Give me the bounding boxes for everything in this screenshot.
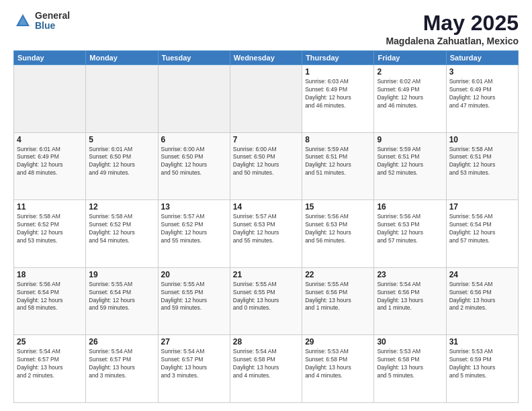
calendar-cell bbox=[230, 65, 302, 133]
calendar-cell: 23Sunrise: 5:54 AM Sunset: 6:56 PM Dayli… bbox=[374, 267, 446, 335]
calendar-cell: 16Sunrise: 5:56 AM Sunset: 6:53 PM Dayli… bbox=[374, 200, 446, 268]
day-number: 5 bbox=[89, 135, 154, 144]
day-number: 18 bbox=[17, 270, 83, 279]
day-number: 7 bbox=[233, 135, 299, 144]
calendar-cell: 5Sunrise: 6:01 AM Sunset: 6:50 PM Daylig… bbox=[86, 132, 158, 200]
calendar-week-row: 1Sunrise: 6:03 AM Sunset: 6:49 PM Daylig… bbox=[14, 65, 519, 133]
calendar-table: SundayMondayTuesdayWednesdayThursdayFrid… bbox=[13, 50, 519, 403]
calendar-cell: 3Sunrise: 6:01 AM Sunset: 6:49 PM Daylig… bbox=[446, 65, 518, 133]
day-number: 22 bbox=[305, 270, 371, 279]
title-month: May 2025 bbox=[386, 11, 519, 36]
title-block: May 2025 Magdalena Zahuatlan, Mexico bbox=[386, 11, 519, 46]
day-number: 19 bbox=[89, 270, 154, 279]
calendar-cell bbox=[158, 65, 230, 133]
calendar-cell: 13Sunrise: 5:57 AM Sunset: 6:52 PM Dayli… bbox=[158, 200, 230, 268]
day-info: Sunrise: 5:56 AM Sunset: 6:53 PM Dayligh… bbox=[377, 213, 443, 245]
calendar-cell: 1Sunrise: 6:03 AM Sunset: 6:49 PM Daylig… bbox=[302, 65, 374, 133]
day-info: Sunrise: 5:56 AM Sunset: 6:54 PM Dayligh… bbox=[17, 281, 83, 313]
day-info: Sunrise: 5:53 AM Sunset: 6:58 PM Dayligh… bbox=[377, 348, 443, 380]
day-number: 30 bbox=[377, 337, 443, 347]
calendar-cell: 14Sunrise: 5:57 AM Sunset: 6:53 PM Dayli… bbox=[230, 200, 302, 268]
header: General Blue May 2025 Magdalena Zahuatla… bbox=[13, 11, 519, 46]
title-location: Magdalena Zahuatlan, Mexico bbox=[386, 36, 519, 46]
calendar-cell: 31Sunrise: 5:53 AM Sunset: 6:59 PM Dayli… bbox=[446, 335, 518, 403]
day-info: Sunrise: 6:01 AM Sunset: 6:49 PM Dayligh… bbox=[17, 146, 83, 178]
calendar-cell: 22Sunrise: 5:55 AM Sunset: 6:56 PM Dayli… bbox=[302, 267, 374, 335]
day-number: 25 bbox=[17, 337, 83, 347]
day-number: 29 bbox=[305, 337, 371, 347]
calendar-cell: 19Sunrise: 5:55 AM Sunset: 6:54 PM Dayli… bbox=[86, 267, 158, 335]
day-info: Sunrise: 6:03 AM Sunset: 6:49 PM Dayligh… bbox=[305, 78, 371, 110]
calendar-cell: 27Sunrise: 5:54 AM Sunset: 6:57 PM Dayli… bbox=[158, 335, 230, 403]
day-number: 3 bbox=[449, 67, 515, 77]
day-number: 27 bbox=[161, 337, 227, 347]
calendar-cell: 20Sunrise: 5:55 AM Sunset: 6:55 PM Dayli… bbox=[158, 267, 230, 335]
calendar-cell bbox=[86, 65, 158, 133]
day-info: Sunrise: 5:53 AM Sunset: 6:58 PM Dayligh… bbox=[305, 348, 371, 380]
day-number: 31 bbox=[449, 337, 515, 347]
calendar-header-friday: Friday bbox=[374, 51, 446, 65]
day-number: 21 bbox=[233, 270, 299, 279]
day-info: Sunrise: 5:54 AM Sunset: 6:56 PM Dayligh… bbox=[449, 281, 515, 313]
day-info: Sunrise: 5:56 AM Sunset: 6:53 PM Dayligh… bbox=[305, 213, 371, 245]
calendar-header-thursday: Thursday bbox=[302, 51, 374, 65]
calendar-header-row: SundayMondayTuesdayWednesdayThursdayFrid… bbox=[14, 51, 519, 65]
day-number: 14 bbox=[233, 202, 299, 212]
page: General Blue May 2025 Magdalena Zahuatla… bbox=[0, 0, 532, 411]
day-info: Sunrise: 6:02 AM Sunset: 6:49 PM Dayligh… bbox=[377, 78, 443, 110]
calendar-week-row: 11Sunrise: 5:58 AM Sunset: 6:52 PM Dayli… bbox=[14, 200, 519, 268]
calendar-header-saturday: Saturday bbox=[446, 51, 518, 65]
logo-icon bbox=[13, 11, 32, 30]
calendar-header-sunday: Sunday bbox=[14, 51, 86, 65]
day-number: 23 bbox=[377, 270, 443, 279]
day-number: 24 bbox=[449, 270, 515, 279]
calendar-cell: 10Sunrise: 5:58 AM Sunset: 6:51 PM Dayli… bbox=[446, 132, 518, 200]
day-number: 15 bbox=[305, 202, 371, 212]
calendar-cell: 26Sunrise: 5:54 AM Sunset: 6:57 PM Dayli… bbox=[86, 335, 158, 403]
day-info: Sunrise: 5:55 AM Sunset: 6:56 PM Dayligh… bbox=[305, 281, 371, 313]
day-info: Sunrise: 5:54 AM Sunset: 6:57 PM Dayligh… bbox=[17, 348, 83, 380]
day-info: Sunrise: 5:55 AM Sunset: 6:55 PM Dayligh… bbox=[161, 281, 227, 313]
calendar-header-wednesday: Wednesday bbox=[230, 51, 302, 65]
calendar-week-row: 18Sunrise: 5:56 AM Sunset: 6:54 PM Dayli… bbox=[14, 267, 519, 335]
day-info: Sunrise: 5:58 AM Sunset: 6:51 PM Dayligh… bbox=[449, 146, 515, 178]
day-number: 8 bbox=[305, 135, 371, 144]
day-number: 11 bbox=[17, 202, 83, 212]
logo-general: General bbox=[35, 11, 70, 21]
day-number: 12 bbox=[89, 202, 154, 212]
day-number: 26 bbox=[89, 337, 154, 347]
day-number: 13 bbox=[161, 202, 227, 212]
calendar-cell: 29Sunrise: 5:53 AM Sunset: 6:58 PM Dayli… bbox=[302, 335, 374, 403]
calendar-cell: 30Sunrise: 5:53 AM Sunset: 6:58 PM Dayli… bbox=[374, 335, 446, 403]
logo: General Blue bbox=[13, 11, 70, 32]
calendar-week-row: 4Sunrise: 6:01 AM Sunset: 6:49 PM Daylig… bbox=[14, 132, 519, 200]
day-info: Sunrise: 6:00 AM Sunset: 6:50 PM Dayligh… bbox=[233, 146, 299, 178]
day-number: 16 bbox=[377, 202, 443, 212]
calendar-cell: 28Sunrise: 5:54 AM Sunset: 6:58 PM Dayli… bbox=[230, 335, 302, 403]
calendar-cell: 2Sunrise: 6:02 AM Sunset: 6:49 PM Daylig… bbox=[374, 65, 446, 133]
day-number: 2 bbox=[377, 67, 443, 77]
calendar-week-row: 25Sunrise: 5:54 AM Sunset: 6:57 PM Dayli… bbox=[14, 335, 519, 403]
calendar-cell: 24Sunrise: 5:54 AM Sunset: 6:56 PM Dayli… bbox=[446, 267, 518, 335]
logo-blue: Blue bbox=[35, 21, 70, 31]
calendar-cell: 25Sunrise: 5:54 AM Sunset: 6:57 PM Dayli… bbox=[14, 335, 86, 403]
day-info: Sunrise: 5:57 AM Sunset: 6:52 PM Dayligh… bbox=[161, 213, 227, 245]
day-info: Sunrise: 5:57 AM Sunset: 6:53 PM Dayligh… bbox=[233, 213, 299, 245]
calendar-header-monday: Monday bbox=[86, 51, 158, 65]
calendar-cell: 11Sunrise: 5:58 AM Sunset: 6:52 PM Dayli… bbox=[14, 200, 86, 268]
day-info: Sunrise: 5:53 AM Sunset: 6:59 PM Dayligh… bbox=[449, 348, 515, 380]
day-info: Sunrise: 5:54 AM Sunset: 6:58 PM Dayligh… bbox=[233, 348, 299, 380]
day-info: Sunrise: 5:58 AM Sunset: 6:52 PM Dayligh… bbox=[17, 213, 83, 245]
day-number: 1 bbox=[305, 67, 371, 77]
calendar-cell: 4Sunrise: 6:01 AM Sunset: 6:49 PM Daylig… bbox=[14, 132, 86, 200]
calendar-cell: 6Sunrise: 6:00 AM Sunset: 6:50 PM Daylig… bbox=[158, 132, 230, 200]
logo-text: General Blue bbox=[35, 11, 70, 32]
day-info: Sunrise: 5:54 AM Sunset: 6:56 PM Dayligh… bbox=[377, 281, 443, 313]
day-info: Sunrise: 5:56 AM Sunset: 6:54 PM Dayligh… bbox=[449, 213, 515, 245]
calendar-cell bbox=[14, 65, 86, 133]
calendar-cell: 8Sunrise: 5:59 AM Sunset: 6:51 PM Daylig… bbox=[302, 132, 374, 200]
day-number: 17 bbox=[449, 202, 515, 212]
calendar-cell: 7Sunrise: 6:00 AM Sunset: 6:50 PM Daylig… bbox=[230, 132, 302, 200]
day-info: Sunrise: 5:59 AM Sunset: 6:51 PM Dayligh… bbox=[305, 146, 371, 178]
day-number: 10 bbox=[449, 135, 515, 144]
